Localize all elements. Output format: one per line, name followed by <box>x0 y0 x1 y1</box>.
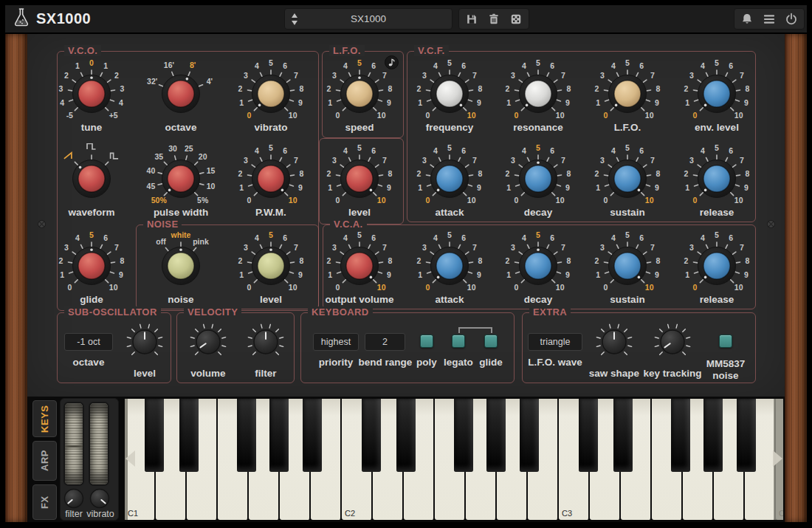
menu-button[interactable] <box>760 10 779 29</box>
delete-preset-button[interactable] <box>484 10 503 29</box>
vcf-lfo-knob[interactable]: 012345678910L.F.O. <box>579 58 675 135</box>
priority-select[interactable]: highest <box>313 333 359 351</box>
svg-text:10: 10 <box>467 283 476 292</box>
svg-text:0: 0 <box>514 111 518 120</box>
power-button[interactable] <box>782 10 801 29</box>
vca-attack-knob[interactable]: 012345678910attack <box>402 230 498 307</box>
vcf-resonance-knob[interactable]: 012345678910resonance <box>490 58 586 135</box>
notifications-bell-button[interactable] <box>737 10 757 29</box>
preset-down-icon[interactable] <box>292 21 297 25</box>
sub-level-knob[interactable] <box>125 322 165 362</box>
glide-label: glide <box>461 357 520 368</box>
plugin-window: SX1000 SX1000 <box>0 0 812 528</box>
velocity-filter-knob[interactable] <box>246 322 286 362</box>
section-title-lfo: L.F.O. <box>329 45 365 56</box>
vcf-attack-knob[interactable]: 012345678910attack <box>402 143 498 220</box>
mm5837-noise-toggle[interactable] <box>719 335 732 348</box>
poly-toggle[interactable] <box>420 335 433 348</box>
noise-type-knob[interactable]: offwhitepinknoise <box>133 230 229 307</box>
svg-text:3: 3 <box>244 243 248 252</box>
save-preset-button[interactable] <box>462 10 481 29</box>
black-key[interactable] <box>303 399 322 472</box>
svg-text:1: 1 <box>239 183 244 192</box>
preset-name-field[interactable]: SX1000 <box>304 13 452 24</box>
svg-text:4: 4 <box>343 61 348 70</box>
lfo-speed-knob[interactable]: 012345678910speed <box>312 58 407 135</box>
waveform-knob[interactable]: waveform <box>44 143 140 220</box>
tab-keys[interactable]: KEYS <box>32 400 57 437</box>
vcf-release-knob[interactable]: 012345678910release <box>669 143 765 220</box>
pulse-width-knob[interactable]: 50%45403530252015105%pulse width <box>133 143 229 220</box>
svg-text:3: 3 <box>600 156 605 165</box>
vca-attack-knob-label: attack <box>402 294 498 305</box>
black-key[interactable] <box>179 399 199 472</box>
vcf-sustain-knob[interactable]: 012345678910sustain <box>579 143 675 220</box>
randomize-preset-button[interactable] <box>506 10 526 29</box>
vco-level-knob[interactable]: 012345678910level <box>312 143 407 220</box>
svg-text:6: 6 <box>371 61 376 70</box>
lfo-wave-select[interactable]: triangle <box>528 333 582 351</box>
output-volume-knob[interactable]: 012345678910output volume <box>312 230 407 307</box>
svg-text:6: 6 <box>550 61 554 70</box>
svg-text:6: 6 <box>639 61 644 70</box>
keyboard-scroll-right-icon[interactable] <box>773 450 782 467</box>
keyboard-scroll-left-icon[interactable] <box>125 450 135 467</box>
vcf-env-level-knob[interactable]: 012345678910env. level <box>669 58 765 135</box>
svg-text:1: 1 <box>506 98 511 107</box>
preset-up-icon[interactable] <box>292 13 297 18</box>
wheel-vibrato-knob[interactable] <box>89 487 111 510</box>
black-key[interactable] <box>520 399 539 472</box>
svg-text:8: 8 <box>567 169 571 178</box>
black-key[interactable] <box>237 399 256 472</box>
svg-text:4: 4 <box>343 233 348 242</box>
vibrato-knob[interactable]: 012345678910vibrato <box>223 58 319 135</box>
sub-octave-select[interactable]: -1 oct <box>64 333 113 351</box>
svg-text:5: 5 <box>269 143 273 152</box>
saw-shape-knob[interactable] <box>594 322 634 362</box>
black-key[interactable] <box>362 399 381 472</box>
key-tracking-knob[interactable] <box>653 322 692 362</box>
black-key[interactable] <box>671 399 690 472</box>
pitch-wheel[interactable] <box>65 403 83 484</box>
black-key[interactable] <box>486 399 506 472</box>
black-key[interactable] <box>269 399 289 472</box>
octave-knob[interactable]: 32'16'8'4'octave <box>133 58 229 135</box>
preset-spinner[interactable] <box>285 13 304 25</box>
svg-text:7: 7 <box>294 243 298 252</box>
svg-text:0: 0 <box>335 111 340 120</box>
glide-knob[interactable]: 012345678910glide <box>44 230 140 307</box>
svg-text:0: 0 <box>603 196 608 205</box>
noise-level-knob[interactable]: 012345678910level <box>223 230 319 307</box>
bend-range-select[interactable]: 2 <box>365 333 405 351</box>
black-key[interactable] <box>579 399 598 472</box>
mod-wheel[interactable] <box>90 403 108 484</box>
svg-text:4: 4 <box>522 233 526 242</box>
vca-sustain-knob[interactable]: 012345678910sustain <box>579 230 675 307</box>
legato-toggle[interactable] <box>452 335 465 348</box>
titlebar: SX1000 SX1000 <box>5 5 807 32</box>
tune-knob[interactable]: -5432101234+5tune <box>44 58 140 135</box>
vca-decay-knob[interactable]: 012345678910decay <box>490 230 586 307</box>
wheel-filter-knob[interactable] <box>63 487 85 510</box>
svg-text:4': 4' <box>207 77 213 86</box>
wood-panel-right <box>785 34 807 522</box>
svg-text:6: 6 <box>729 61 733 70</box>
svg-text:3: 3 <box>600 71 605 80</box>
black-key[interactable] <box>454 399 473 472</box>
svg-text:8: 8 <box>746 256 750 265</box>
black-key[interactable] <box>613 399 633 472</box>
pwm-knob[interactable]: 012345678910P.W.M. <box>223 143 319 220</box>
velocity-volume-knob[interactable] <box>188 322 228 362</box>
svg-text:3: 3 <box>422 243 427 252</box>
glide-toggle[interactable] <box>484 335 498 348</box>
black-key[interactable] <box>703 399 723 472</box>
vcf-decay-knob[interactable]: 012345678910decay <box>490 143 586 220</box>
vca-release-knob-label: release <box>669 294 765 305</box>
black-key[interactable] <box>396 399 416 472</box>
vcf-frequency-knob[interactable]: 012345678910frequency <box>402 58 498 135</box>
tab-arp[interactable]: ARP <box>32 441 57 481</box>
black-key[interactable] <box>737 399 756 472</box>
black-key[interactable] <box>145 399 164 472</box>
svg-text:10: 10 <box>556 196 565 205</box>
vca-release-knob[interactable]: 012345678910release <box>669 230 765 307</box>
